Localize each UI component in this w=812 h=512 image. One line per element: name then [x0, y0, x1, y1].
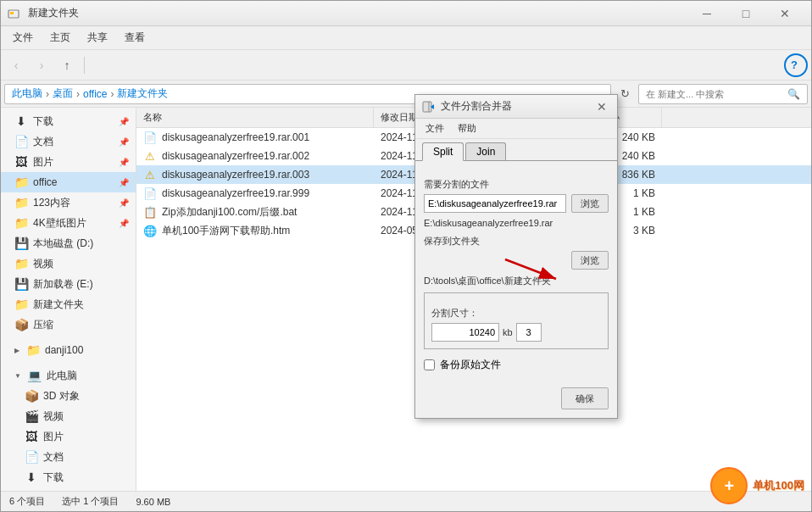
sidebar-item-downloads[interactable]: ⬇ 下载	[1, 467, 136, 487]
sidebar-item-newdir[interactable]: 📁 新建文件夹	[1, 294, 136, 314]
danji100-icon: 📁	[26, 343, 40, 357]
splitter-icon	[422, 100, 436, 114]
videos-icon: 🎬	[25, 409, 38, 423]
sidebar-item-wallpaper[interactable]: 📁 4K壁纸图片 📌	[1, 213, 136, 233]
dialog-menu-help[interactable]: 帮助	[451, 120, 483, 136]
dialog-menu-file[interactable]: 文件	[419, 120, 451, 136]
rar-icon-0: 📄	[143, 131, 157, 144]
status-selected: 选中 1 个项目	[62, 495, 119, 508]
close-button[interactable]: ✕	[765, 1, 804, 26]
col-header-name[interactable]: 名称	[136, 108, 374, 127]
title-controls: ─ □ ✕	[687, 1, 804, 26]
file-row: 浏览	[424, 194, 609, 213]
file-name-3: 📄 diskusageanalyzerfree19.rar.999	[136, 184, 374, 203]
sidebar-item-zip[interactable]: 📦 压缩	[1, 314, 136, 335]
download-icon: ⬇	[14, 114, 28, 128]
size-value-input[interactable]	[431, 323, 499, 342]
file-path-input[interactable]	[424, 194, 566, 213]
file-name-2: ⚠ diskusageanalyzerfree19.rar.003	[136, 165, 374, 184]
status-count: 6 个项目	[9, 495, 45, 508]
dialog-footer: 确保	[415, 382, 617, 418]
menu-file[interactable]: 文件	[4, 27, 42, 48]
save-path-display: D:\tools\桌面\office\新建文件夹	[424, 275, 609, 287]
path-computer[interactable]: 此电脑	[12, 86, 42, 101]
search-box[interactable]: 🔍	[638, 84, 808, 104]
sidebar: ⬇ 下载 📌 📄 文档 📌 🖼 图片 📌 📁 office 📌 📁	[1, 108, 136, 491]
rar-icon-3: 📄	[143, 186, 157, 200]
file-label: 需要分割的文件	[424, 178, 609, 191]
sidebar-item-video[interactable]: 📁 视频	[1, 253, 136, 274]
backup-checkbox[interactable]	[424, 359, 435, 370]
dialog-body: 需要分割的文件 浏览 E:\diskusageanalyzerfree19.ra…	[415, 161, 617, 382]
browse-button-1[interactable]: 浏览	[571, 194, 609, 213]
docs-icon: 📄	[14, 135, 28, 148]
sidebar-item-office[interactable]: 📁 office 📌	[1, 172, 136, 192]
browse-button-2[interactable]: 浏览	[571, 251, 609, 270]
downloads-icon: ⬇	[25, 470, 38, 484]
sidebar-item-pictures[interactable]: 🖼 图片 📌	[1, 152, 136, 172]
search-input[interactable]	[646, 89, 784, 99]
path-newfolder[interactable]: 新建文件夹	[117, 86, 168, 101]
svg-rect-1	[10, 12, 14, 14]
sidebar-item-download[interactable]: ⬇ 下载 📌	[1, 111, 136, 131]
size-count-input[interactable]	[516, 323, 542, 342]
menu-view[interactable]: 查看	[116, 27, 153, 48]
back-button[interactable]: ‹	[4, 53, 28, 77]
file-path-display: E:\diskusageanalyzerfree19.rar	[424, 218, 609, 228]
thispc-icon: 💻	[28, 369, 42, 382]
pics-icon: 🖼	[25, 430, 38, 443]
menu-home[interactable]: 主页	[42, 27, 79, 48]
confirm-button[interactable]: 确保	[561, 387, 609, 409]
menu-bar: 文件 主页 共享 查看	[1, 26, 811, 50]
main-area: ⬇ 下载 📌 📄 文档 📌 🖼 图片 📌 📁 office 📌 📁	[1, 108, 811, 491]
forward-button[interactable]: ›	[30, 53, 53, 77]
help-button[interactable]: ?	[784, 53, 808, 77]
zip-icon: 📦	[14, 318, 28, 331]
dialog-tabs: Split Join	[415, 139, 617, 161]
file-splitter-dialog: 文件分割合并器 ✕ 文件 帮助 Split Join 需要分割的文件 浏览 E:…	[414, 94, 618, 419]
tab-split[interactable]: Split	[422, 142, 464, 161]
sidebar-item-documents[interactable]: 📄 文档	[1, 447, 136, 467]
window-title: 新建文件夹	[28, 6, 687, 20]
sidebar-item-3d[interactable]: 📦 3D 对象	[1, 386, 136, 406]
sidebar-item-thispc[interactable]: ▼ 💻 此电脑	[1, 365, 136, 386]
newvol-icon: 💾	[14, 277, 28, 291]
office-icon: 📁	[14, 175, 28, 189]
video-icon: 📁	[14, 257, 28, 270]
menu-share[interactable]: 共享	[79, 27, 116, 48]
status-bar: 6 个项目 选中 1 个项目 9.60 MB	[1, 491, 811, 511]
toolbar-sep-1	[84, 57, 85, 74]
path-office[interactable]: office	[83, 88, 107, 100]
tab-join[interactable]: Join	[465, 142, 506, 160]
save-label: 保存到文件夹	[424, 235, 609, 248]
search-icon: 🔍	[787, 88, 800, 100]
toolbar: ‹ › ↑ ?	[1, 50, 811, 81]
backup-row: 备份原始文件	[424, 358, 609, 372]
sidebar-item-videos[interactable]: 🎬 视频	[1, 406, 136, 426]
wallpaper-icon: 📁	[14, 216, 28, 230]
sidebar-item-123[interactable]: 📁 123内容 📌	[1, 192, 136, 213]
save-row: 浏览	[424, 251, 609, 270]
up-button[interactable]: ↑	[55, 53, 79, 77]
rar-icon-1: ⚠	[143, 149, 157, 163]
minimize-button[interactable]: ─	[687, 1, 726, 26]
123-icon: 📁	[14, 196, 28, 209]
title-bar: 新建文件夹 ─ □ ✕	[1, 1, 811, 26]
dialog-title-icon	[422, 100, 436, 114]
size-unit: kb	[503, 327, 513, 337]
file-name-1: ⚠ diskusageanalyzerfree19.rar.002	[136, 147, 374, 165]
sidebar-item-danji100[interactable]: ▶ 📁 danji100	[1, 340, 136, 360]
maximize-button[interactable]: □	[726, 1, 765, 26]
path-desktop[interactable]: 桌面	[53, 86, 73, 101]
documents-icon: 📄	[25, 450, 38, 464]
title-bar-icons	[8, 7, 21, 20]
sidebar-item-localdisk[interactable]: 💾 本地磁盘 (D:)	[1, 233, 136, 253]
window-icon	[8, 7, 21, 20]
backup-label: 备份原始文件	[440, 358, 501, 372]
sidebar-item-docs[interactable]: 📄 文档 📌	[1, 131, 136, 152]
size-section: 分割尺寸： kb	[424, 292, 609, 349]
sidebar-item-pics[interactable]: 🖼 图片	[1, 426, 136, 447]
dialog-close-button[interactable]: ✕	[593, 98, 610, 115]
sidebar-item-newvol[interactable]: 💾 新加载卷 (E:)	[1, 274, 136, 294]
size-label: 分割尺寸：	[431, 307, 601, 320]
